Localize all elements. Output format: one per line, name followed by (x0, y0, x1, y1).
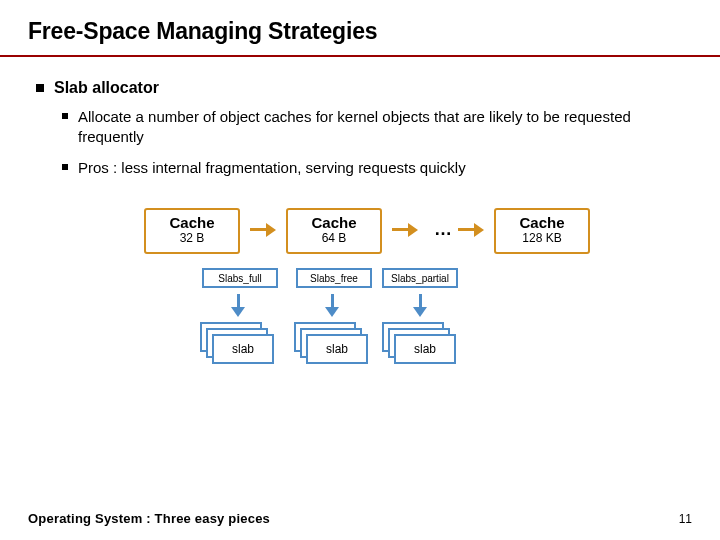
slab-stack: slab (382, 322, 458, 366)
arrow-down-icon (413, 294, 429, 318)
arrow-right-icon (458, 222, 484, 238)
arrow-right-icon (392, 222, 418, 238)
slab-stack: slab (200, 322, 276, 366)
slide-title: Free-Space Managing Strategies (28, 18, 692, 45)
ellipsis: … (434, 219, 452, 240)
sub-bullets: Allocate a number of object caches for k… (62, 107, 692, 178)
arrow-down-icon (325, 294, 341, 318)
square-bullet-icon (62, 113, 68, 119)
page-number: 11 (679, 512, 692, 526)
footer-text: Operating System : Three easy pieces (28, 511, 270, 526)
section-heading: Slab allocator (54, 79, 159, 97)
cache-size: 32 B (146, 231, 238, 245)
square-bullet-icon (62, 164, 68, 170)
cache-box: Cache 32 B (144, 208, 240, 254)
bullet-level2: Allocate a number of object caches for k… (62, 107, 692, 146)
arrow-right-icon (250, 222, 276, 238)
bullet-level2: Pros : less internal fragmentation, serv… (62, 158, 692, 178)
bullet-text: Allocate a number of object caches for k… (78, 107, 668, 146)
slab-label: slab (212, 334, 274, 364)
slab-label: slab (306, 334, 368, 364)
bullet-level1: Slab allocator (36, 79, 692, 97)
cache-box: Cache 64 B (286, 208, 382, 254)
slide: Free-Space Managing Strategies Slab allo… (0, 0, 720, 540)
cache-label: Cache (146, 214, 238, 231)
cache-box: Cache 128 KB (494, 208, 590, 254)
cache-label: Cache (288, 214, 380, 231)
arrow-down-icon (231, 294, 247, 318)
cache-label: Cache (496, 214, 588, 231)
bullet-text: Pros : less internal fragmentation, serv… (78, 158, 466, 178)
slab-diagram: Cache 32 B Cache 64 B … Cache 128 KB Sla… (28, 208, 692, 428)
cache-size: 128 KB (496, 231, 588, 245)
slab-stack: slab (294, 322, 370, 366)
slab-label: slab (394, 334, 456, 364)
footer: Operating System : Three easy pieces 11 (28, 511, 692, 526)
cache-size: 64 B (288, 231, 380, 245)
title-rule (0, 55, 720, 57)
slab-state-box: Slabs_free (296, 268, 372, 288)
slab-state-box: Slabs_full (202, 268, 278, 288)
slab-state-box: Slabs_partial (382, 268, 458, 288)
square-bullet-icon (36, 84, 44, 92)
